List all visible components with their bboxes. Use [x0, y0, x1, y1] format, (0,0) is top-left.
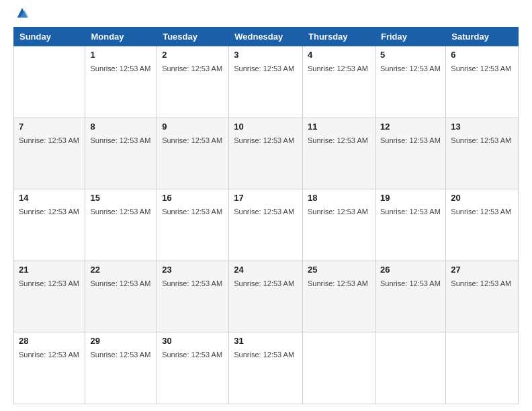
- table-row: 19Sunrise: 12:53 AM: [375, 189, 445, 261]
- calendar-week-row: 1Sunrise: 12:53 AM2Sunrise: 12:53 AM3Sun…: [14, 46, 519, 118]
- sunrise-time: Sunrise: 12:53 AM: [451, 279, 511, 287]
- logo: [13, 12, 30, 20]
- day-number: 15: [90, 193, 152, 203]
- table-row: 5Sunrise: 12:53 AM: [375, 46, 445, 118]
- day-number: 5: [380, 50, 441, 60]
- table-row: 31Sunrise: 12:53 AM: [229, 332, 303, 404]
- day-number: 20: [451, 193, 513, 203]
- sunrise-time: Sunrise: 12:53 AM: [234, 279, 294, 287]
- day-number: 26: [380, 265, 441, 275]
- sunrise-time: Sunrise: 12:53 AM: [308, 279, 368, 287]
- table-row: 1Sunrise: 12:53 AM: [85, 46, 157, 118]
- sunrise-time: Sunrise: 12:53 AM: [162, 64, 222, 73]
- day-number: 22: [90, 265, 152, 275]
- day-number: 9: [162, 122, 224, 132]
- table-row: 29Sunrise: 12:53 AM: [85, 332, 157, 404]
- calendar-week-row: 14Sunrise: 12:53 AM15Sunrise: 12:53 AM16…: [14, 189, 519, 261]
- table-row: 25Sunrise: 12:53 AM: [303, 261, 375, 332]
- table-row: [303, 332, 375, 404]
- day-number: 18: [308, 193, 370, 203]
- sunrise-time: Sunrise: 12:53 AM: [380, 64, 441, 73]
- calendar-week-row: 21Sunrise: 12:53 AM22Sunrise: 12:53 AM23…: [14, 261, 519, 332]
- table-row: 8Sunrise: 12:53 AM: [85, 118, 157, 189]
- table-row: 17Sunrise: 12:53 AM: [229, 189, 303, 261]
- sunrise-time: Sunrise: 12:53 AM: [234, 208, 294, 216]
- table-row: 13Sunrise: 12:53 AM: [446, 118, 519, 189]
- table-row: 18Sunrise: 12:53 AM: [303, 189, 375, 261]
- table-row: 27Sunrise: 12:53 AM: [446, 261, 519, 332]
- day-number: 27: [451, 265, 513, 275]
- table-row: 7Sunrise: 12:53 AM: [14, 118, 85, 189]
- day-number: 28: [19, 336, 80, 346]
- sunrise-time: Sunrise: 12:53 AM: [19, 208, 79, 216]
- sunrise-time: Sunrise: 12:53 AM: [90, 279, 150, 287]
- day-number: 14: [19, 193, 80, 203]
- page: Sunday Monday Tuesday Wednesday Thursday…: [0, 0, 532, 411]
- day-number: 24: [234, 265, 298, 275]
- day-number: 3: [234, 50, 298, 60]
- calendar-week-row: 7Sunrise: 12:53 AM8Sunrise: 12:53 AM9Sun…: [14, 118, 519, 189]
- day-number: 21: [19, 265, 80, 275]
- sunrise-time: Sunrise: 12:53 AM: [90, 64, 150, 73]
- table-row: 16Sunrise: 12:53 AM: [157, 189, 229, 261]
- table-row: [14, 46, 85, 118]
- header-wednesday: Wednesday: [229, 28, 303, 46]
- header: [13, 12, 519, 20]
- table-row: 14Sunrise: 12:53 AM: [14, 189, 85, 261]
- table-row: 20Sunrise: 12:53 AM: [446, 189, 519, 261]
- sunrise-time: Sunrise: 12:53 AM: [234, 351, 294, 359]
- day-number: 2: [162, 50, 224, 60]
- sunrise-time: Sunrise: 12:53 AM: [308, 208, 368, 216]
- header-thursday: Thursday: [303, 28, 375, 46]
- header-saturday: Saturday: [446, 28, 519, 46]
- day-number: 10: [234, 122, 298, 132]
- table-row: [446, 332, 519, 404]
- table-row: 23Sunrise: 12:53 AM: [157, 261, 229, 332]
- calendar-table: Sunday Monday Tuesday Wednesday Thursday…: [13, 27, 519, 404]
- table-row: 21Sunrise: 12:53 AM: [14, 261, 85, 332]
- table-row: 9Sunrise: 12:53 AM: [157, 118, 229, 189]
- day-number: 12: [380, 122, 441, 132]
- sunrise-time: Sunrise: 12:53 AM: [162, 208, 222, 216]
- sunrise-time: Sunrise: 12:53 AM: [90, 136, 150, 144]
- calendar-header-row: Sunday Monday Tuesday Wednesday Thursday…: [14, 28, 519, 46]
- day-number: 31: [234, 336, 298, 346]
- sunrise-time: Sunrise: 12:53 AM: [380, 208, 441, 216]
- sunrise-time: Sunrise: 12:53 AM: [19, 351, 79, 359]
- sunrise-time: Sunrise: 12:53 AM: [451, 136, 511, 144]
- sunrise-time: Sunrise: 12:53 AM: [308, 64, 368, 73]
- table-row: 4Sunrise: 12:53 AM: [303, 46, 375, 118]
- sunrise-time: Sunrise: 12:53 AM: [234, 64, 294, 73]
- sunrise-time: Sunrise: 12:53 AM: [19, 136, 79, 144]
- day-number: 29: [90, 336, 152, 346]
- sunrise-time: Sunrise: 12:53 AM: [380, 279, 441, 287]
- table-row: 15Sunrise: 12:53 AM: [85, 189, 157, 261]
- table-row: 11Sunrise: 12:53 AM: [303, 118, 375, 189]
- day-number: 19: [380, 193, 441, 203]
- sunrise-time: Sunrise: 12:53 AM: [90, 208, 150, 216]
- day-number: 1: [90, 50, 152, 60]
- header-sunday: Sunday: [14, 28, 85, 46]
- table-row: 2Sunrise: 12:53 AM: [157, 46, 229, 118]
- sunrise-time: Sunrise: 12:53 AM: [380, 136, 441, 144]
- table-row: 28Sunrise: 12:53 AM: [14, 332, 85, 404]
- sunrise-time: Sunrise: 12:53 AM: [451, 64, 511, 73]
- day-number: 25: [308, 265, 370, 275]
- table-row: [375, 332, 445, 404]
- sunrise-time: Sunrise: 12:53 AM: [308, 136, 368, 144]
- day-number: 17: [234, 193, 298, 203]
- day-number: 13: [451, 122, 513, 132]
- calendar-week-row: 28Sunrise: 12:53 AM29Sunrise: 12:53 AM30…: [14, 332, 519, 404]
- table-row: 3Sunrise: 12:53 AM: [229, 46, 303, 118]
- day-number: 6: [451, 50, 513, 60]
- sunrise-time: Sunrise: 12:53 AM: [162, 279, 222, 287]
- day-number: 16: [162, 193, 224, 203]
- table-row: 10Sunrise: 12:53 AM: [229, 118, 303, 189]
- sunrise-time: Sunrise: 12:53 AM: [234, 136, 294, 144]
- table-row: 24Sunrise: 12:53 AM: [229, 261, 303, 332]
- sunrise-time: Sunrise: 12:53 AM: [451, 208, 511, 216]
- sunrise-time: Sunrise: 12:53 AM: [162, 351, 222, 359]
- day-number: 7: [19, 122, 80, 132]
- table-row: 12Sunrise: 12:53 AM: [375, 118, 445, 189]
- day-number: 4: [308, 50, 370, 60]
